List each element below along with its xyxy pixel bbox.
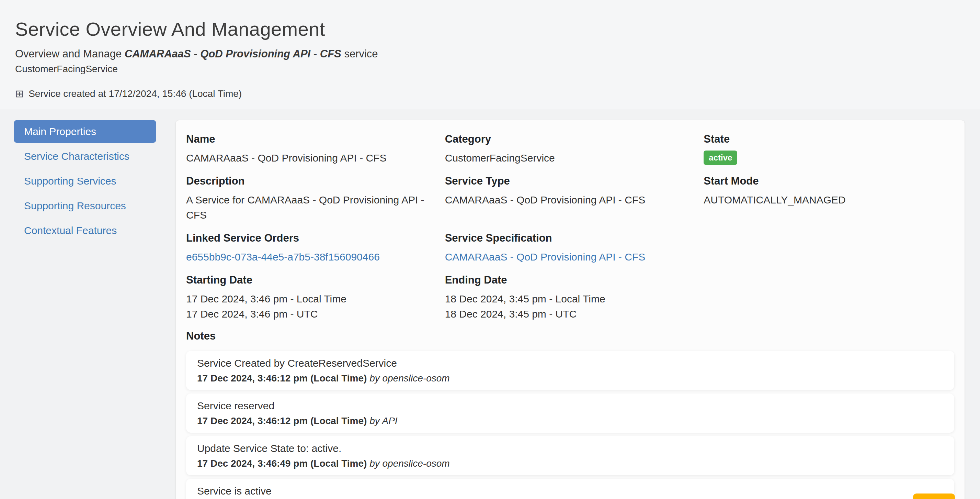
service-created-row: ⊞ Service created at 17/12/2024, 15:46 (… xyxy=(15,88,965,99)
note-text: Service Created by CreateReservedService xyxy=(197,356,943,370)
note-text: Service reserved xyxy=(197,399,943,413)
service-category-label: CustomerFacingService xyxy=(15,64,965,75)
ending-date-local: 18 Dec 2024, 3:45 pm - Local Time xyxy=(445,292,696,306)
field-description: Description A Service for CAMARAaaS - Qo… xyxy=(186,175,437,223)
note-author: by API xyxy=(369,416,397,426)
field-name: Name CAMARAaaS - QoD Provisioning API - … xyxy=(186,133,437,166)
content-area: Main Properties Service Characteristics … xyxy=(0,110,980,499)
field-state: State active xyxy=(703,133,954,166)
field-service-type-value: CAMARAaaS - QoD Provisioning API - CFS xyxy=(445,193,696,207)
page-header: Service Overview And Management Overview… xyxy=(0,0,980,110)
field-empty-1 xyxy=(703,232,954,265)
note-text: Service is active xyxy=(197,484,943,498)
main-properties-panel: Name CAMARAaaS - QoD Provisioning API - … xyxy=(175,120,965,499)
field-starting-date-label: Starting Date xyxy=(186,274,437,287)
sidebar-item-supporting-services[interactable]: Supporting Services xyxy=(14,169,156,193)
ending-date-utc: 18 Dec 2024, 3:45 pm - UTC xyxy=(445,306,696,322)
field-start-mode-value: AUTOMATICALLY_MANAGED xyxy=(703,193,954,207)
field-ending-date: Ending Date 18 Dec 2024, 3:45 pm - Local… xyxy=(445,274,696,322)
field-service-specification-label: Service Specification xyxy=(445,232,696,245)
note-timestamp: 17 Dec 2024, 3:46:12 pm (Local Time) xyxy=(197,416,367,426)
sidebar-item-supporting-resources[interactable]: Supporting Resources xyxy=(14,194,156,217)
field-category-value: CustomerFacingService xyxy=(445,150,696,166)
service-created-text: Service created at 17/12/2024, 15:46 (Lo… xyxy=(29,88,242,99)
notes-section: Notes Service Created by CreateReservedS… xyxy=(186,330,954,499)
sidebar-item-main-properties[interactable]: Main Properties xyxy=(14,120,156,143)
field-description-label: Description xyxy=(186,175,437,188)
service-specification-link[interactable]: CAMARAaaS - QoD Provisioning API - CFS xyxy=(445,251,646,263)
note-meta: 17 Dec 2024, 3:46:12 pm (Local Time) by … xyxy=(197,415,943,427)
subtitle-service-name: CAMARAaaS - QoD Provisioning API - CFS xyxy=(125,48,341,60)
field-empty-2 xyxy=(703,274,954,322)
note-card: Service Created by CreateReservedService… xyxy=(186,351,954,390)
field-linked-service-orders: Linked Service Orders e655bb9c-073a-44e5… xyxy=(186,232,437,265)
note-text: Update Service State to: active. xyxy=(197,442,943,455)
linked-service-order-link[interactable]: e655bb9c-073a-44e5-a7b5-38f156090466 xyxy=(186,251,380,263)
starting-date-local: 17 Dec 2024, 3:46 pm - Local Time xyxy=(186,292,437,306)
note-author: by openslice-osom xyxy=(369,458,449,469)
page-subtitle: Overview and Manage CAMARAaaS - QoD Prov… xyxy=(15,48,965,60)
starting-date-utc: 17 Dec 2024, 3:46 pm - UTC xyxy=(186,306,437,322)
note-meta: 17 Dec 2024, 3:46:49 pm (Local Time) by … xyxy=(197,458,943,470)
field-description-value: A Service for CAMARAaaS - QoD Provisioni… xyxy=(186,193,437,223)
note-card: Service is active 17 Dec 2024, 3:46:49 p… xyxy=(186,479,954,499)
subtitle-suffix: service xyxy=(344,48,378,60)
notes-label: Notes xyxy=(186,330,954,343)
field-service-specification: Service Specification CAMARAaaS - QoD Pr… xyxy=(445,232,696,265)
field-ending-date-label: Ending Date xyxy=(445,274,696,287)
subtitle-prefix: Overview and Manage xyxy=(15,48,122,60)
field-starting-date: Starting Date 17 Dec 2024, 3:46 pm - Loc… xyxy=(186,274,437,322)
field-state-label: State xyxy=(703,133,954,146)
field-service-type-label: Service Type xyxy=(445,175,696,188)
plus-square-icon: ⊞ xyxy=(15,89,24,99)
state-badge: active xyxy=(703,150,737,165)
field-category-label: Category xyxy=(445,133,696,146)
field-service-type: Service Type CAMARAaaS - QoD Provisionin… xyxy=(445,175,696,223)
notes-action-button[interactable] xyxy=(913,494,955,499)
sidebar-item-service-characteristics[interactable]: Service Characteristics xyxy=(14,145,156,168)
field-name-label: Name xyxy=(186,133,437,146)
note-timestamp: 17 Dec 2024, 3:46:49 pm (Local Time) xyxy=(197,458,367,469)
field-start-mode-label: Start Mode xyxy=(703,175,954,188)
field-start-mode: Start Mode AUTOMATICALLY_MANAGED xyxy=(703,175,954,223)
note-card: Update Service State to: active. 17 Dec … xyxy=(186,436,954,475)
note-author: by openslice-osom xyxy=(369,373,449,384)
note-timestamp: 17 Dec 2024, 3:46:12 pm (Local Time) xyxy=(197,373,367,384)
field-name-value: CAMARAaaS - QoD Provisioning API - CFS xyxy=(186,150,437,166)
sidebar-item-contextual-features[interactable]: Contextual Features xyxy=(14,219,156,242)
field-linked-service-orders-label: Linked Service Orders xyxy=(186,232,437,245)
properties-grid: Name CAMARAaaS - QoD Provisioning API - … xyxy=(186,133,954,322)
sidebar-nav: Main Properties Service Characteristics … xyxy=(14,120,156,244)
note-card: Service reserved 17 Dec 2024, 3:46:12 pm… xyxy=(186,394,954,433)
field-category: Category CustomerFacingService xyxy=(445,133,696,166)
page-title: Service Overview And Management xyxy=(15,18,965,40)
note-meta: 17 Dec 2024, 3:46:12 pm (Local Time) by … xyxy=(197,372,943,384)
